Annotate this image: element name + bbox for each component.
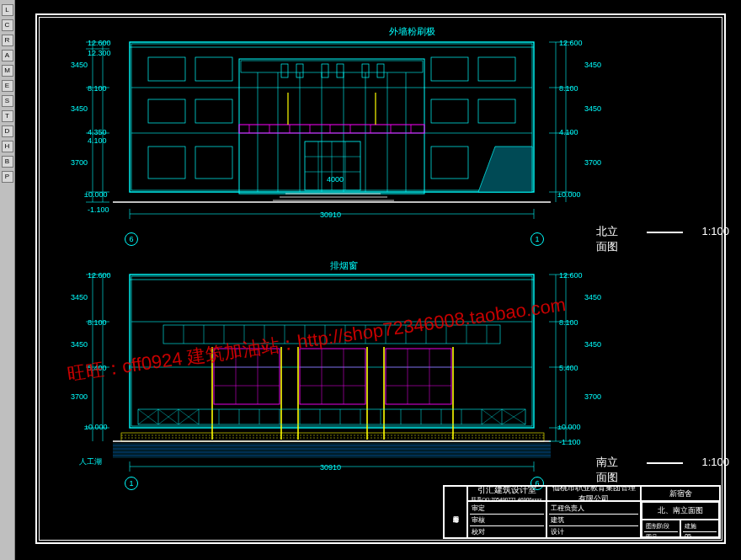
scale-text: 1:100 (701, 225, 729, 237)
svg-rect-77 (163, 325, 500, 344)
drawing-name: 北、南立面图 (642, 502, 719, 520)
svg-rect-40 (195, 57, 232, 81)
top-note: 外墙粉刷极 (389, 25, 435, 38)
svg-rect-21 (239, 125, 424, 133)
tool-button[interactable]: B (2, 156, 13, 168)
svg-rect-95 (300, 349, 365, 404)
tool-button[interactable]: E (2, 80, 13, 92)
row-label: 审定 (472, 504, 485, 513)
row-label: 审核 (472, 515, 485, 525)
width-dimension: 30910 (320, 211, 341, 219)
grid-bubble: 6 (125, 232, 138, 246)
r-value: 建施 (685, 522, 696, 531)
svg-rect-15 (281, 64, 288, 77)
south-elevation: 30910 (113, 266, 551, 478)
svg-rect-46 (478, 99, 515, 123)
owner-cell: 仙桃市职业教育集团管理有限公司 (546, 486, 642, 501)
svg-rect-144 (121, 433, 544, 441)
entry-dimension: 4000 (327, 175, 344, 184)
tool-button[interactable]: C (2, 19, 13, 31)
cad-canvas[interactable]: 30910 4000 外墙粉刷极 12.600 12.300 8.100 4.3… (15, 0, 741, 560)
svg-rect-20 (377, 64, 384, 77)
title-block: 出图专用章 引汇建筑设计室 联系QQ:705490771 46906xxxx 仙… (443, 485, 721, 539)
tool-button[interactable]: M (2, 65, 13, 77)
row-label: 建筑 (551, 515, 564, 525)
north-elevation: 30910 4000 (113, 34, 551, 234)
svg-rect-43 (148, 99, 185, 123)
svg-rect-18 (337, 64, 344, 77)
width-dimension: 30910 (320, 463, 341, 472)
grid-bubble: 1 (125, 477, 138, 490)
north-elevation-title: 北立面图 1:100 (596, 224, 741, 254)
r-label: 图号 (646, 533, 658, 537)
title-text: 南立面图 (596, 455, 628, 485)
row-label: 校对 (472, 527, 485, 536)
svg-rect-96 (386, 349, 451, 404)
bottom-note: 排烟窗 (330, 259, 358, 272)
svg-rect-115 (138, 409, 525, 424)
svg-rect-49 (431, 147, 468, 179)
drawing-frame: 30910 4000 外墙粉刷极 12.600 12.300 8.100 4.3… (35, 13, 726, 544)
right-block: 北、南立面图 图别阶段 图号 比例 日期 建施 05 1:200/9 2009.… (641, 501, 720, 538)
svg-rect-94 (214, 349, 280, 404)
scale-text: 1:100 (701, 456, 729, 468)
project-cell: 新宿舍 (641, 486, 720, 501)
svg-rect-41 (431, 57, 468, 81)
svg-marker-50 (478, 147, 532, 192)
tool-button[interactable]: D (2, 125, 13, 137)
svg-rect-42 (478, 57, 515, 81)
left-rows: 审定 审核 校对 专业负责人 (467, 501, 546, 538)
tool-button[interactable]: P (2, 171, 13, 183)
svg-rect-47 (148, 147, 185, 179)
svg-rect-39 (148, 57, 185, 81)
svg-rect-6 (241, 61, 423, 72)
tool-button[interactable]: L (2, 4, 13, 16)
tool-button[interactable]: T (2, 110, 13, 122)
tool-button[interactable]: S (2, 95, 13, 107)
r-value: 05 (685, 533, 691, 537)
tool-button[interactable]: H (2, 141, 13, 152)
r-label: 图别阶段 (646, 522, 669, 531)
firm-cell: 引汇建筑设计室 联系QQ:705490771 46906xxxx (467, 486, 546, 501)
svg-rect-45 (431, 99, 468, 123)
south-elevation-title: 南立面图 1:100 (596, 455, 741, 485)
svg-rect-48 (195, 147, 232, 179)
svg-rect-44 (195, 99, 232, 123)
mid-rows: 工程负责人 建筑 设计 制图 (546, 501, 642, 538)
row-label: 设计 (551, 527, 564, 536)
svg-rect-147 (113, 443, 551, 458)
grid-bubble: 1 (530, 232, 544, 246)
tool-button[interactable]: R (2, 35, 13, 46)
svg-rect-73 (131, 276, 532, 426)
row-label: 工程负责人 (551, 504, 584, 513)
stamp-column: 出图专用章 (444, 486, 467, 538)
tool-button[interactable]: A (2, 50, 13, 61)
firm-name: 引汇建筑设计室 (477, 486, 536, 496)
vertical-toolbar: L C R A M E S T D H B P (0, 0, 15, 560)
title-text: 北立面图 (596, 224, 628, 254)
svg-rect-17 (322, 64, 328, 77)
svg-rect-72 (130, 275, 534, 428)
